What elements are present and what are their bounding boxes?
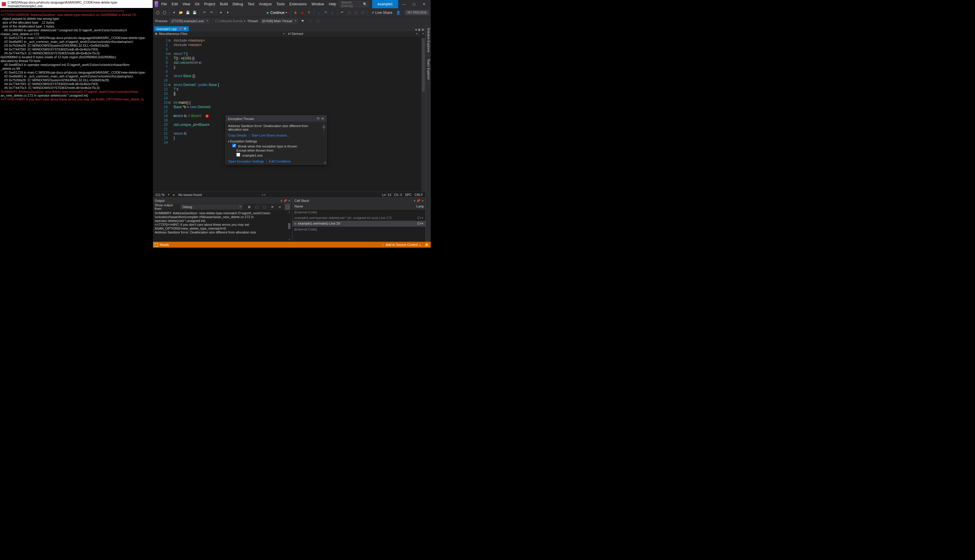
output-source-combo[interactable]: Debug [181,205,242,209]
output-tool3-icon[interactable]: ⬚ [261,203,268,210]
process-combo[interactable]: [77376] example1.exe [170,18,209,23]
resize-grip-icon[interactable]: ◢ [323,160,326,164]
callstack-row[interactable]: [External Code] [293,210,425,215]
maximize-button[interactable]: ▢ [409,1,419,8]
side-tab-solution-explorer[interactable]: Solution Explorer [426,25,431,56]
step-back-icon[interactable]: ↶ [339,10,345,16]
break-all-icon[interactable]: ⏸ [293,10,298,16]
break-checkbox[interactable] [232,143,236,147]
tab-example1-cpp[interactable]: example1.cpp 📌 ✕ [154,26,189,31]
menu-analyze[interactable]: Analyze [257,1,274,7]
thread-tool2-icon[interactable]: ⬚ [315,18,321,24]
module-label: example1.exe [242,154,263,157]
exception-popup-header[interactable]: Exception Thrown ⊓ ✕ [226,115,326,122]
menu-project[interactable]: Project [202,1,217,7]
exception-close-icon[interactable]: ✕ [321,117,324,120]
new-project-icon[interactable]: ▾ [171,10,177,16]
thread-flag-icon[interactable]: ⚑ [299,18,306,24]
output-pin-icon[interactable]: 📌 [283,199,287,202]
pin-icon[interactable]: 📌 [179,27,182,30]
step-into-icon[interactable]: ↓ [316,10,322,16]
open-exception-settings-link[interactable]: Open Exception Settings [228,160,264,163]
code-content[interactable]: ⊟#include <memory>#include <vector> ⊟str… [171,37,425,192]
nav-member-combo[interactable]: 🏷 Derived [286,31,419,37]
menu-tools[interactable]: Tools [274,1,287,7]
edit-conditions-link[interactable]: Edit Conditions [269,160,291,163]
nav-scope-combo[interactable]: 🗎 Miscellaneous Files [153,31,286,37]
callstack-close-icon[interactable]: ✕ [421,199,424,202]
output-wrap-icon[interactable]: ≡ [277,203,283,210]
zoom-level[interactable]: 111 % [155,193,164,197]
copy-details-link[interactable]: Copy Details [228,133,246,137]
callstack-dropdown-icon[interactable]: ▾ [414,199,415,202]
output-tool4-icon[interactable]: ⬚ [284,203,291,210]
output-dropdown-icon[interactable]: ▾ [281,199,282,202]
output-clear-icon[interactable]: ✕ [269,203,275,210]
undo-icon[interactable]: ↶ [201,10,207,16]
output-tool2-icon[interactable]: ⬚ [254,203,260,210]
callstack-pin-icon[interactable]: 📌 [416,199,420,202]
editor-scrollbar[interactable] [421,37,425,192]
menu-debug[interactable]: Debug [230,1,245,7]
menu-test[interactable]: Test [246,1,257,7]
platform-combo[interactable]: ▾ [225,10,231,16]
console-output: ========================================… [0,8,153,103]
output-body[interactable]: SUMMARY: AddressSanitizer: new-delete-ty… [153,210,292,242]
step-over-icon[interactable]: ↷ [323,10,329,16]
output-tool-icon[interactable]: ≣ [246,203,252,210]
exception-scroll[interactable]: ▲▼ [322,123,326,131]
menu-help[interactable]: Help [326,1,339,7]
close-button[interactable]: ✕ [419,1,429,8]
module-checkbox[interactable] [236,153,240,157]
menu-file[interactable]: File [159,1,169,7]
search-box[interactable]: Search (Ctrl+Q) 🔍 [339,1,369,7]
search-placeholder: Search (Ctrl+Q) [341,1,363,8]
tab-settings-icon[interactable]: ⚙ [421,28,424,31]
save-icon[interactable]: 💾 [185,10,191,16]
menu-build[interactable]: Build [218,1,231,7]
tool-icon[interactable]: ⬚ [346,10,352,16]
thread-combo[interactable]: [67436] Main Thread [260,18,298,23]
exception-pin-icon[interactable]: ⊓ [317,117,319,120]
nav-extra-combo[interactable] [419,31,425,37]
code-editor[interactable]: 123456789101112131415161718192021222324 … [153,37,425,192]
callstack-panel: Call Stack ▾ 📌 ✕ Name Lang [External [293,198,425,242]
add-source-control-button[interactable]: ↑ Add to Source Control ▴ 🔔 [382,243,429,247]
notifications-icon[interactable]: 🔔 [425,243,429,247]
thread-tool-icon[interactable]: ⬚ [307,18,313,24]
config-combo[interactable]: ▾ [218,10,224,16]
menu-edit[interactable]: Edit [169,1,180,7]
output-close-icon[interactable]: ✕ [288,199,291,202]
nav-fwd-icon[interactable]: ◯ [162,10,167,16]
step-out-icon[interactable]: ↑ [329,10,335,16]
console-titlebar[interactable]: C:\MSDN\cpp-docs-pr\docs\c-language\ASAN… [0,0,153,8]
tab-close-icon[interactable]: ✕ [184,27,186,31]
restart-icon[interactable]: ↻ [306,10,312,16]
stop-icon[interactable]: ■ [299,10,305,16]
open-icon[interactable]: 📂 [178,10,184,16]
callstack-row[interactable]: [External Code] [293,227,425,232]
redo-icon[interactable]: ↷ [208,10,214,16]
issues-ok-icon: ● [173,193,175,197]
tool-icon-2[interactable]: ⬚ [353,10,359,16]
tool-icon-3[interactable]: ⬚ [360,10,366,16]
menu-git[interactable]: Git [192,1,202,7]
nav-back-icon[interactable]: ◯ [155,10,161,16]
callstack-row[interactable]: ➪example1.exe!main() Line 18 C++ [293,221,425,227]
live-share-button[interactable]: ↗ Live Share [370,11,394,15]
side-tab-team-explorer[interactable]: Team Explorer [426,56,431,83]
menu-window[interactable]: Window [309,1,326,7]
lifecycle-icon[interactable]: 🖵 Lifecycle Events ▾ [215,19,246,23]
tab-add-icon[interactable]: ⊞ [418,28,420,31]
save-all-icon[interactable]: 💾 [192,10,197,16]
menu-view[interactable]: View [180,1,192,7]
tab-dropdown-icon[interactable]: ▾ [415,28,417,31]
callstack-body[interactable]: Name Lang [External Code] example1.exe!o… [293,203,425,242]
menu-extensions[interactable]: Extensions [287,1,309,7]
line-ending: CRLF [415,193,423,197]
continue-button[interactable]: ▶ Continue ▾ [265,11,289,15]
callstack-row[interactable]: example1.exe!operator delete(void * ptr,… [293,215,425,221]
liveshare-user-icon[interactable]: 👤 [395,11,402,15]
start-liveshare-link[interactable]: Start Live Share session... [251,133,289,137]
minimize-button[interactable]: — [399,1,409,8]
